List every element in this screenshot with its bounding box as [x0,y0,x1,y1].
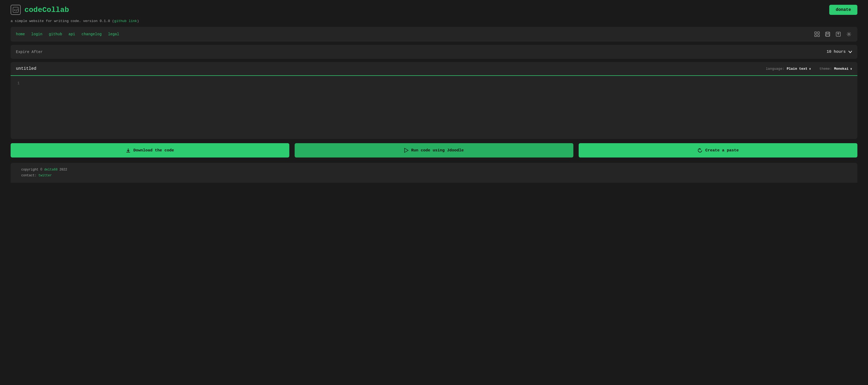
expire-value: 10 hours [827,49,846,54]
nav-home[interactable]: home [16,32,25,36]
language-label: language: [766,67,784,71]
tagline: a simple website for writing code. versi… [0,18,868,27]
settings-icon[interactable] [846,31,852,37]
line-number-1: 1 [15,81,20,85]
run-button[interactable]: Run code using Jdoodle [294,143,574,158]
line-numbers: 1 [11,79,24,136]
fullscreen-icon[interactable] [814,31,820,37]
logo-text: codeCollab [24,6,69,14]
copyright-link[interactable]: delta68 [44,168,57,172]
export-icon[interactable] [835,31,841,37]
svg-marker-14 [405,148,408,152]
contact-prefix: contact: [21,174,38,177]
language-selector[interactable]: Plain text [787,67,811,71]
download-button[interactable]: Download the code [11,143,289,158]
footer-copyright: copyright © delta68 2022 [21,167,847,173]
copyright-prefix: copyright © [21,168,44,172]
download-label: Download the code [133,148,174,153]
nav-login[interactable]: login [31,32,42,36]
footer-contact: contact: twitter [21,173,847,179]
logo-area: </> codeCollab [11,5,69,15]
paste-button[interactable]: Create a paste [579,143,857,158]
svg-rect-3 [817,32,819,34]
editor-header: untitled language: Plain text theme: Mon… [11,62,857,75]
editor-body: 1 [11,75,857,139]
nav-links: home login github api changelog legal [16,32,119,36]
run-label: Run code using Jdoodle [411,148,464,153]
expire-row: Expire After 10 hours [11,45,857,59]
paste-label: Create a paste [705,148,739,153]
editor-title: untitled [16,66,36,71]
logo-icon: </> [11,5,21,15]
contact-link[interactable]: twitter [38,174,52,177]
editor-panel: untitled language: Plain text theme: Mon… [11,62,857,139]
svg-rect-2 [815,32,816,34]
navbar: home login github api changelog legal [11,27,857,42]
header: </> codeCollab donate [0,0,868,18]
svg-rect-8 [826,34,829,36]
svg-rect-4 [815,35,816,37]
expire-label: Expire After [16,50,43,54]
editor-meta: language: Plain text theme: Monokai [766,67,852,71]
nav-github[interactable]: github [49,32,62,36]
save-icon[interactable] [825,31,831,37]
copyright-suffix: 2022 [58,168,67,172]
tagline-suffix: ) [137,19,139,23]
svg-text:</>: </> [14,8,19,12]
svg-rect-7 [826,32,829,34]
svg-point-11 [848,33,850,35]
github-link[interactable]: github link [114,19,137,23]
donate-button[interactable]: donate [829,5,857,15]
nav-legal[interactable]: legal [108,32,119,36]
theme-selector[interactable]: Monokai [834,67,852,71]
nav-api[interactable]: api [68,32,75,36]
tagline-prefix: a simple website for writing code. versi… [11,19,114,23]
action-buttons: Download the code Run code using Jdoodle… [11,143,857,158]
nav-changelog[interactable]: changelog [82,32,102,36]
nav-icons [814,31,852,37]
code-editor[interactable] [24,79,857,136]
svg-rect-5 [817,35,819,37]
expire-select[interactable]: 10 hours [827,49,852,54]
footer: copyright © delta68 2022 contact: twitte… [11,163,857,183]
theme-label: theme: [819,67,832,71]
